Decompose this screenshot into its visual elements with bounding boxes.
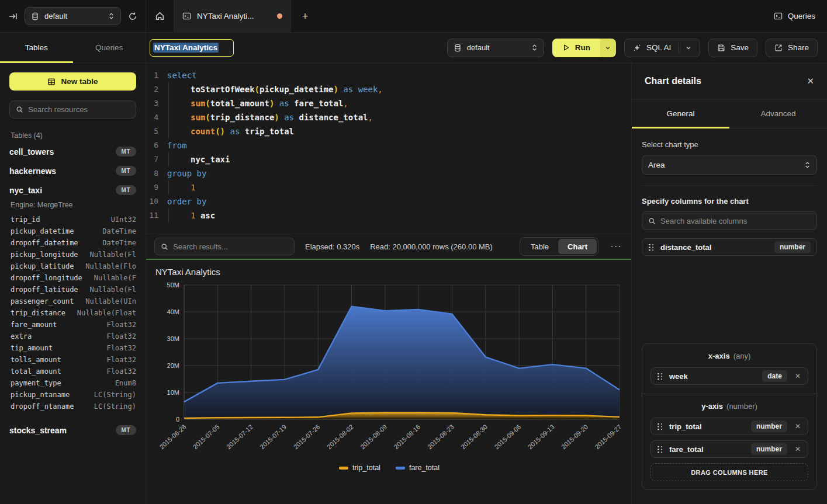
table-row[interactable]: cell_towersMT	[9, 142, 136, 161]
drag-handle-icon[interactable]	[657, 423, 663, 430]
queries-terminal-icon	[774, 12, 783, 20]
chevron-down-icon[interactable]	[686, 45, 691, 51]
column-name: pickup_latitude	[11, 262, 74, 270]
table-name: cell_towers	[9, 147, 54, 157]
refresh-icon[interactable]	[128, 12, 137, 21]
code-token: ,	[343, 96, 348, 110]
remove-column-icon[interactable]: ✕	[794, 422, 802, 430]
search-icon	[16, 106, 23, 113]
toggle-chart[interactable]: Chart	[558, 239, 597, 254]
queries-button[interactable]: Queries	[762, 0, 827, 32]
column-row: dropoff_datetimeDateTime	[9, 237, 136, 249]
column-name: tolls_amount	[11, 356, 61, 364]
column-row: pickup_datetimeDateTime	[9, 225, 136, 237]
column-type-badge: number	[751, 443, 787, 455]
code-token: from	[167, 138, 187, 152]
code-token: sum	[191, 96, 205, 110]
columns-search-input[interactable]	[660, 217, 811, 225]
line-number: 1	[146, 68, 167, 82]
toolbar-actions: default Run	[447, 39, 818, 57]
svg-text:50M: 50M	[167, 281, 179, 289]
code-token: count	[191, 124, 215, 138]
toggle-table[interactable]: Table	[521, 239, 558, 254]
toolbar-database-selector[interactable]: default	[447, 39, 544, 57]
indent-guide	[168, 82, 191, 96]
line-number: 2	[146, 82, 167, 96]
query-title-input[interactable]: NYTaxi Analytics	[150, 39, 234, 57]
code-token: as	[343, 82, 353, 96]
engine-badge: MT	[116, 185, 136, 195]
sidebar-tab-tables[interactable]: Tables	[0, 33, 73, 62]
share-button[interactable]: Share	[766, 39, 818, 57]
run-button-main[interactable]: Run	[552, 39, 600, 57]
share-button-label: Share	[788, 43, 809, 52]
column-type: Float32	[106, 344, 136, 352]
elapsed-stat: Elapsed: 0.320s	[305, 242, 359, 251]
column-chip[interactable]: fare_totalnumber✕	[650, 440, 808, 458]
remove-column-icon[interactable]: ✕	[794, 445, 802, 453]
table-row[interactable]: hackernewsMT	[9, 161, 136, 180]
engine-badge: MT	[116, 147, 136, 157]
run-button[interactable]: Run	[552, 39, 616, 57]
code-token: )	[274, 110, 279, 124]
database-selector-value: default	[44, 12, 103, 20]
close-icon[interactable]: ✕	[807, 76, 814, 86]
results-search[interactable]	[154, 238, 295, 255]
column-chip[interactable]: weekdate✕	[650, 367, 808, 385]
collapse-sidebar-icon[interactable]	[8, 12, 18, 21]
line-number: 3	[146, 96, 167, 110]
svg-text:2015-07-26: 2015-07-26	[292, 423, 321, 451]
engine-badge: MT	[116, 166, 136, 176]
resources-search-input[interactable]	[28, 105, 130, 114]
save-icon	[717, 44, 725, 52]
new-table-button[interactable]: New table	[9, 72, 136, 91]
drag-handle-icon[interactable]	[657, 446, 663, 453]
legend-label: fare_total	[409, 464, 440, 472]
table-row[interactable]: stocks_streamMT	[9, 420, 136, 440]
column-name: pickup_longitude	[11, 251, 78, 259]
y-axis-hint: (number)	[726, 402, 757, 411]
svg-text:2015-06-28: 2015-06-28	[158, 423, 187, 451]
column-type: LC(String)	[94, 402, 136, 411]
more-options-icon[interactable]: ···	[609, 241, 623, 252]
tab-nytaxi-analytics[interactable]: NYTaxi Analyti...	[174, 0, 291, 32]
code-token: group by	[167, 166, 206, 180]
column-name: trip_id	[11, 215, 40, 224]
chevron-updown-icon	[804, 161, 811, 169]
sql-editor[interactable]: 1select2toStartOfWeek(pickup_datetime) a…	[146, 63, 631, 234]
remove-column-icon[interactable]: ✕	[794, 372, 802, 380]
svg-text:2015-09-20: 2015-09-20	[560, 423, 589, 451]
column-type: Float32	[106, 332, 136, 340]
resources-search[interactable]	[9, 100, 136, 119]
column-name: pickup_datetime	[11, 227, 74, 235]
chart-type-selector[interactable]: Area	[642, 155, 817, 175]
database-selector[interactable]: default	[25, 7, 121, 25]
drop-zone[interactable]: DRAG COLUMNS HERE	[650, 463, 808, 481]
column-chip[interactable]: trip_totalnumber✕	[650, 418, 808, 435]
save-button[interactable]: Save	[708, 39, 757, 57]
legend-item[interactable]: trip_total	[339, 464, 380, 472]
columns-search[interactable]	[642, 211, 817, 230]
table-row[interactable]: nyc_taxiMT	[9, 180, 136, 200]
sql-ai-button[interactable]: SQL AI	[624, 39, 700, 57]
code-line: 6from	[146, 138, 631, 152]
read-stat: Read: 20,000,000 rows (260.00 MB)	[370, 242, 493, 251]
sidebar-tab-queries[interactable]: Queries	[73, 33, 146, 62]
run-dropdown-toggle[interactable]	[600, 39, 616, 57]
results-search-input[interactable]	[173, 242, 288, 251]
home-tab[interactable]	[146, 0, 174, 32]
share-icon	[774, 44, 783, 52]
panel-tab-general[interactable]: General	[632, 99, 729, 128]
panel-tab-advanced[interactable]: Advanced	[729, 99, 827, 128]
area-chart[interactable]: 010M20M30M40M50M2015-06-282015-07-052015…	[152, 280, 627, 460]
column-chip[interactable]: distance_totalnumber	[642, 238, 817, 256]
drag-handle-icon[interactable]	[657, 373, 663, 380]
column-name: dropoff_latitude	[11, 286, 78, 294]
column-row: dropoff_ntanameLC(String)	[9, 401, 136, 412]
legend-item[interactable]: fare_total	[396, 464, 440, 472]
y-axis-items: trip_totalnumber✕fare_totalnumber✕	[650, 418, 808, 458]
x-axis-header: x-axis(any)	[650, 352, 808, 360]
drag-handle-icon[interactable]	[648, 244, 654, 251]
x-axis-hint: (any)	[733, 352, 751, 360]
new-tab-button[interactable]: +	[291, 0, 319, 32]
